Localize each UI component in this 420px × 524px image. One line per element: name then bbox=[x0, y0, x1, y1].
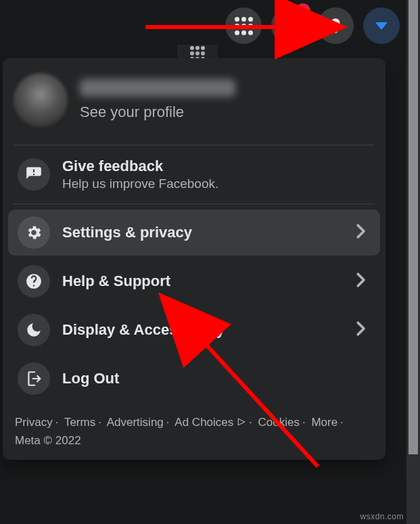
divider bbox=[14, 204, 375, 204]
footer-meta: Meta © 2022 bbox=[15, 434, 81, 447]
chevron-right-icon bbox=[350, 270, 371, 293]
footer-more[interactable]: More bbox=[311, 416, 337, 429]
display-label: Display & Accessibility bbox=[62, 321, 350, 339]
footer-advertising[interactable]: Advertising bbox=[107, 416, 164, 429]
feedback-item[interactable]: Give feedback Help us improve Facebook. bbox=[8, 151, 380, 198]
logout-icon bbox=[18, 362, 50, 395]
watermark: wsxdn.com bbox=[360, 512, 404, 521]
bell-icon bbox=[327, 17, 344, 34]
chevron-right-icon bbox=[350, 221, 371, 244]
feedback-title: Give feedback bbox=[62, 158, 371, 175]
gear-icon bbox=[18, 216, 50, 249]
menu-grid-button[interactable] bbox=[225, 7, 262, 44]
account-dropdown-button[interactable] bbox=[363, 7, 400, 44]
footer-privacy[interactable]: Privacy bbox=[15, 416, 53, 429]
account-dropdown-panel: See your profile Give feedback Help us i… bbox=[3, 58, 386, 460]
avatar bbox=[14, 73, 68, 127]
profile-name-blurred bbox=[80, 79, 235, 97]
moon-icon bbox=[18, 314, 50, 346]
messenger-icon bbox=[281, 17, 298, 34]
logout-item[interactable]: Log Out bbox=[8, 356, 380, 402]
settings-privacy-item[interactable]: Settings & privacy bbox=[8, 210, 380, 256]
footer-terms[interactable]: Terms bbox=[64, 416, 95, 429]
help-label: Help & Support bbox=[62, 272, 350, 290]
feedback-subtitle: Help us improve Facebook. bbox=[62, 176, 371, 191]
messenger-button[interactable]: 1 bbox=[271, 7, 308, 44]
settings-label: Settings & privacy bbox=[62, 224, 350, 241]
footer-links: Privacy· Terms· Advertising· Ad Choices … bbox=[3, 404, 386, 449]
feedback-icon bbox=[18, 158, 50, 191]
display-accessibility-item[interactable]: Display & Accessibility bbox=[8, 307, 380, 353]
footer-cookies[interactable]: Cookies bbox=[258, 416, 299, 429]
chevron-right-icon bbox=[350, 318, 371, 341]
profile-text: See your profile bbox=[80, 79, 235, 121]
scrollbar-thumb[interactable] bbox=[409, 0, 418, 454]
top-nav-bar: 1 bbox=[0, 0, 420, 51]
profile-row[interactable]: See your profile bbox=[3, 65, 386, 139]
question-icon bbox=[18, 265, 50, 297]
notification-badge: 1 bbox=[296, 3, 310, 18]
caret-down-icon bbox=[375, 22, 388, 30]
help-support-item[interactable]: Help & Support bbox=[8, 258, 380, 304]
scrollbar[interactable] bbox=[406, 0, 420, 524]
see-profile-label: See your profile bbox=[80, 103, 235, 121]
adchoices-icon bbox=[237, 414, 246, 432]
divider bbox=[14, 145, 375, 145]
footer-adchoices[interactable]: Ad Choices bbox=[174, 416, 246, 429]
logout-label: Log Out bbox=[62, 370, 371, 387]
grid-icon bbox=[235, 17, 253, 35]
notifications-button[interactable] bbox=[317, 7, 354, 44]
